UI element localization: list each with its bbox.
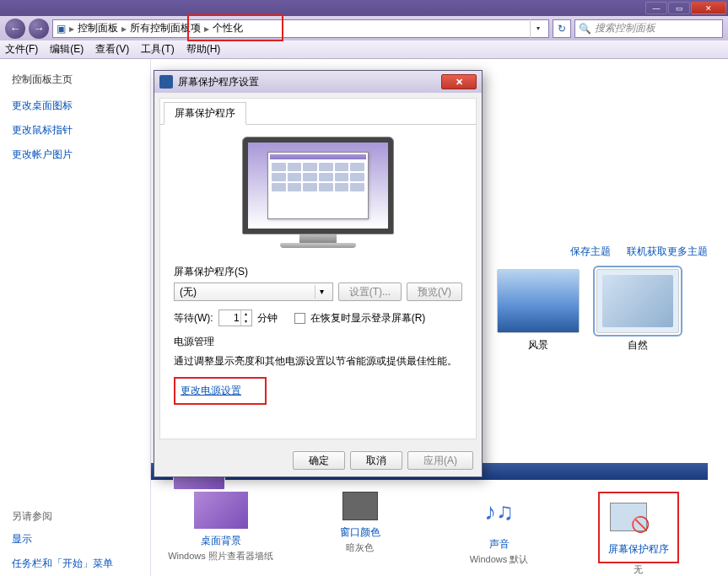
online-themes-link[interactable]: 联机获取更多主题	[627, 245, 708, 257]
search-icon: 🔍	[579, 23, 591, 35]
menu-tools[interactable]: 工具(T)	[141, 42, 174, 57]
forward-button[interactable]: →	[29, 19, 49, 39]
sidebar: 控制面板主页 更改桌面图标 更改鼠标指针 更改帐户图片 另请参阅 显示 任务栏和…	[0, 59, 151, 576]
breadcrumb[interactable]: ▣ ▸ 控制面板 ▸ 所有控制面板项 ▸ 个性化 ▾	[52, 19, 549, 38]
sidebar-home[interactable]: 控制面板主页	[12, 73, 138, 87]
item-subtitle: 无	[634, 563, 643, 576]
sidebar-seealso-heading: 另请参阅	[12, 509, 138, 524]
dialog-icon	[159, 75, 173, 89]
sidebar-link-display[interactable]: 显示	[12, 532, 138, 546]
resume-checkbox-label: 在恢复时显示登录屏幕(R)	[310, 311, 426, 326]
search-placeholder: 搜索控制面板	[595, 21, 655, 35]
search-input[interactable]: 🔍 搜索控制面板	[574, 19, 723, 38]
breadcrumb-personalization[interactable]: 个性化	[213, 21, 243, 35]
power-section-title: 电源管理	[174, 335, 462, 349]
power-description: 通过调整显示亮度和其他电源设置以节省能源或提供最佳性能。	[174, 354, 462, 369]
dialog-inner: 屏幕保护程序(S) (无) 设置(T)... 预览(V) 等待(W): 1 分钟…	[160, 125, 476, 439]
back-button[interactable]: ←	[5, 19, 25, 39]
menu-bar: 文件(F) 编辑(E) 查看(V) 工具(T) 帮助(H)	[0, 40, 728, 59]
screensaver-section-label: 屏幕保护程序(S)	[174, 265, 462, 279]
breadcrumb-control-panel[interactable]: 控制面板	[78, 21, 118, 35]
item-title: 屏幕保护程序	[608, 542, 669, 557]
screensaver-icon: 🚫	[608, 497, 649, 537]
refresh-button[interactable]: ↻	[553, 19, 571, 38]
window-titlebar: — ▭ ✕	[0, 0, 728, 16]
wait-unit: 分钟	[257, 311, 278, 326]
sidebar-link-account-picture[interactable]: 更改帐户图片	[12, 148, 138, 162]
sounds-icon: ♪♫	[479, 492, 520, 532]
theme-top-links: 保存主题 联机获取更多主题	[497, 245, 708, 259]
theme-item-scenery[interactable]: 风景	[497, 269, 580, 353]
annotation-highlight-power-link: 更改电源设置	[174, 377, 267, 405]
screensaver-item[interactable]: 🚫 屏幕保护程序 无	[575, 492, 702, 576]
desktop-background-icon	[194, 492, 248, 529]
change-power-settings-link[interactable]: 更改电源设置	[181, 385, 241, 396]
monitor-preview	[242, 137, 394, 248]
window-color-item[interactable]: 窗口颜色 暗灰色	[297, 492, 423, 576]
menu-help[interactable]: 帮助(H)	[186, 42, 221, 57]
cancel-button[interactable]: 取消	[350, 451, 402, 470]
item-subtitle: Windows 照片查看器墙纸	[168, 550, 273, 563]
window-color-icon	[342, 492, 378, 520]
apply-button[interactable]: 应用(A)	[407, 451, 473, 470]
breadcrumb-separator: ▸	[204, 23, 209, 35]
theme-thumbnail	[596, 269, 679, 333]
sounds-item[interactable]: ♪♫ 声音 Windows 默认	[436, 492, 563, 576]
tab-strip: 屏幕保护程序	[160, 99, 476, 125]
dialog-button-row: 确定 取消 应用(A)	[154, 444, 482, 476]
tab-screensaver[interactable]: 屏幕保护程序	[164, 102, 246, 125]
breadcrumb-separator: ▸	[121, 23, 127, 35]
item-subtitle: 暗灰色	[346, 541, 374, 554]
screensaver-settings-dialog: 屏幕保护程序设置 ✕ 屏幕保护程序 屏幕保护程序(S) (无) 设置(T)...…	[154, 70, 483, 477]
resume-checkbox[interactable]	[294, 313, 305, 324]
breadcrumb-dropdown[interactable]: ▾	[530, 19, 545, 38]
minimize-button[interactable]: —	[645, 2, 667, 14]
menu-view[interactable]: 查看(V)	[95, 42, 129, 57]
themes-row: 风景 自然	[497, 269, 708, 353]
theme-thumbnail	[497, 269, 580, 333]
maximize-button[interactable]: ▭	[668, 2, 690, 14]
item-title: 声音	[489, 537, 510, 552]
settings-button[interactable]: 设置(T)...	[338, 283, 402, 301]
breadcrumb-separator: ▸	[69, 23, 74, 35]
menu-file[interactable]: 文件(F)	[5, 42, 38, 57]
dialog-title-text: 屏幕保护程序设置	[178, 75, 259, 89]
dialog-titlebar[interactable]: 屏幕保护程序设置 ✕	[154, 71, 482, 93]
desktop-background-item[interactable]: 桌面背景 Windows 照片查看器墙纸	[158, 492, 284, 576]
item-subtitle: Windows 默认	[470, 553, 529, 566]
bottom-row: 桌面背景 Windows 照片查看器墙纸 窗口颜色 暗灰色 ♪♫ 声音 Wind…	[151, 492, 708, 576]
dialog-close-button[interactable]: ✕	[441, 74, 477, 89]
annotation-highlight-screensaver: 🚫 屏幕保护程序	[598, 492, 679, 563]
theme-item-nature[interactable]: 自然	[596, 269, 679, 353]
theme-label: 自然	[628, 338, 648, 353]
item-title: 窗口颜色	[340, 525, 380, 540]
sidebar-link-mouse-pointers[interactable]: 更改鼠标指针	[12, 123, 138, 137]
save-theme-link[interactable]: 保存主题	[570, 245, 611, 257]
menu-edit[interactable]: 编辑(E)	[50, 42, 84, 57]
screensaver-combobox[interactable]: (无)	[174, 283, 333, 301]
wait-label: 等待(W):	[174, 311, 213, 326]
breadcrumb-all-items[interactable]: 所有控制面板项	[130, 21, 201, 35]
ok-button[interactable]: 确定	[293, 451, 345, 470]
theme-label: 风景	[528, 338, 548, 353]
control-panel-icon: ▣	[57, 23, 66, 35]
item-title: 桌面背景	[201, 534, 241, 548]
dialog-body: 屏幕保护程序 屏幕保护程序(S) (无) 设置(T)... 预览(V) 等待(W…	[159, 98, 477, 439]
sidebar-link-taskbar[interactable]: 任务栏和「开始」菜单	[12, 557, 138, 571]
close-button[interactable]: ✕	[691, 2, 726, 14]
sidebar-link-desktop-icons[interactable]: 更改桌面图标	[12, 99, 138, 113]
address-bar: ← → ▣ ▸ 控制面板 ▸ 所有控制面板项 ▸ 个性化 ▾ ↻ 🔍 搜索控制面…	[0, 16, 728, 40]
preview-button[interactable]: 预览(V)	[407, 283, 462, 301]
wait-spinner[interactable]: 1	[218, 310, 252, 326]
